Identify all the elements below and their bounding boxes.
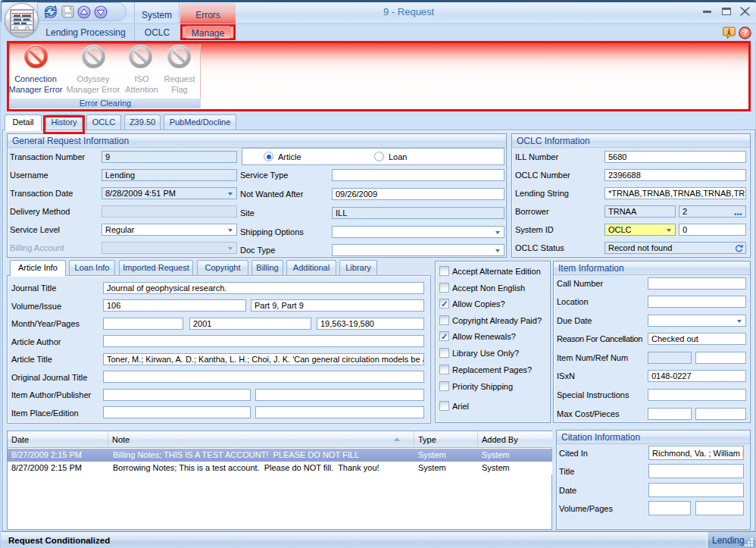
svg-text:?: ? [742, 28, 748, 37]
